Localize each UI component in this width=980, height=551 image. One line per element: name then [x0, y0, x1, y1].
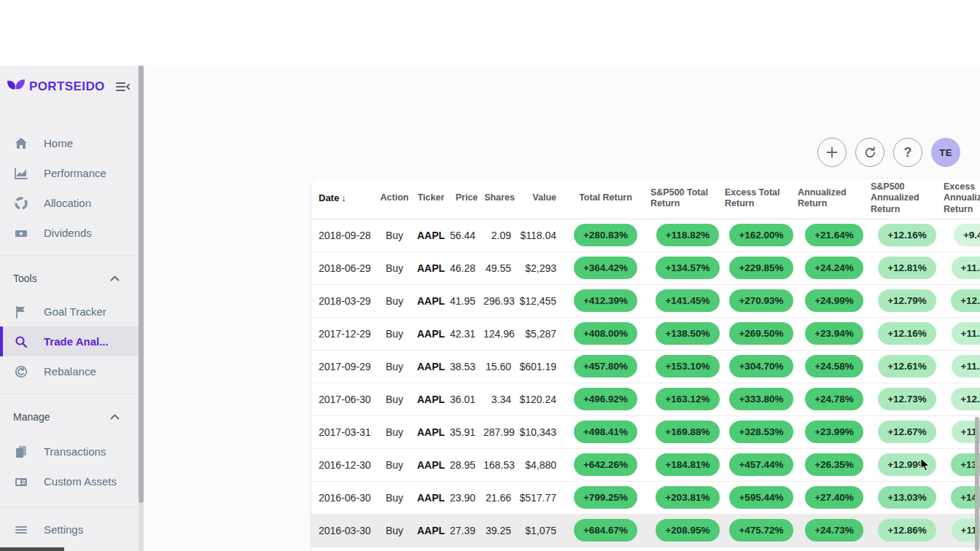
- return-pill: +26.35%: [805, 453, 863, 476]
- cell-excess_total_return: +475.72%: [725, 514, 798, 547]
- cell-excess_total_return: +457.44%: [725, 448, 798, 481]
- cell-value: $4,880: [516, 448, 561, 481]
- sidebar-item-goal-tracker[interactable]: Goal Tracker: [0, 297, 139, 327]
- sidebar-section-tools[interactable]: Tools: [0, 267, 139, 289]
- cell-sp500_total_return: +153.10%: [650, 350, 725, 383]
- column-header-value[interactable]: Value: [516, 179, 561, 219]
- cell-ticker: AAPL: [412, 317, 450, 350]
- sidebar-nav-bottom: Settings: [0, 515, 139, 544]
- cell-ticker: AAPL: [412, 448, 450, 481]
- cell-price: 23.90: [450, 481, 483, 514]
- sidebar-nav-manage: Transactions Custom Assets: [0, 437, 139, 496]
- table-row[interactable]: 2018-09-28BuyAAPL56.442.09$118.04+280.83…: [311, 219, 980, 251]
- question-mark-icon: ?: [904, 145, 912, 160]
- sidebar-scrollbar-thumb[interactable]: [139, 66, 144, 503]
- section-label: Manage: [13, 411, 50, 423]
- cell-ticker: AAPL: [412, 383, 450, 415]
- column-header-action[interactable]: Action: [377, 179, 412, 219]
- column-header-price[interactable]: Price: [450, 179, 483, 219]
- cell-excess_annualized_return: +9.49%: [944, 219, 980, 251]
- sidebar-item-settings[interactable]: Settings: [0, 515, 139, 544]
- cell-price: 27.39: [450, 514, 483, 547]
- sidebar-item-transactions[interactable]: Transactions: [0, 437, 139, 466]
- cell-excess_annualized_return: +12.04%: [944, 383, 980, 415]
- sidebar-item-allocation[interactable]: Allocation: [0, 188, 139, 218]
- return-pill: +799.25%: [574, 486, 637, 509]
- cell-action: Buy: [377, 350, 412, 383]
- column-header-date[interactable]: Date↓: [311, 179, 377, 219]
- sidebar-section-manage[interactable]: Manage: [0, 406, 139, 428]
- table-body: 2018-09-28BuyAAPL56.442.09$118.04+280.83…: [311, 219, 980, 547]
- cell-value: $10,343: [516, 415, 561, 448]
- cell-sp500_annualized_return: +12.16%: [871, 219, 944, 251]
- column-header-label: S&P500 Total Return: [650, 187, 725, 210]
- sidebar-item-performance[interactable]: Performance: [0, 158, 139, 188]
- sidebar-collapse-button[interactable]: [114, 79, 131, 94]
- cell-sp500_annualized_return: +12.81%: [871, 251, 944, 284]
- cell-excess_total_return: +270.93%: [725, 284, 798, 317]
- cell-action: Buy: [377, 383, 412, 415]
- return-pill: +12.67%: [878, 421, 936, 443]
- return-pill: +457.44%: [729, 453, 793, 476]
- refresh-button[interactable]: [855, 138, 884, 167]
- return-pill: +24.58%: [805, 355, 863, 378]
- cell-excess_annualized_return: +11.78%: [944, 317, 980, 350]
- return-pill: +23.99%: [805, 421, 863, 443]
- column-header-sp500_total_return[interactable]: S&P500 Total Return: [650, 179, 725, 219]
- column-header-excess_annualized_return[interactable]: Excess Annualized Return: [944, 179, 980, 219]
- table-row[interactable]: 2017-12-29BuyAAPL42.31124.96$5,287+408.0…: [311, 317, 980, 350]
- return-pill: +11.78%: [952, 322, 980, 345]
- menu-fold-icon: [115, 81, 130, 93]
- table-row[interactable]: 2017-06-30BuyAAPL36.013.34$120.24+496.92…: [311, 383, 980, 415]
- sidebar-item-dividends[interactable]: Dividends: [0, 218, 139, 248]
- brand-logo[interactable]: PORTSEIDO: [6, 78, 105, 95]
- table-row[interactable]: 2016-12-30BuyAAPL28.95168.53$4,880+642.2…: [311, 448, 980, 481]
- column-header-shares[interactable]: Shares: [483, 179, 516, 219]
- cell-sp500_annualized_return: +12.99%: [871, 448, 944, 481]
- return-pill: +23.94%: [805, 322, 863, 345]
- table-row[interactable]: 2017-09-29BuyAAPL38.5315.60$601.19+457.8…: [311, 350, 980, 383]
- page-scrollbar-thumb[interactable]: [975, 417, 979, 551]
- cell-sp500_total_return: +138.50%: [650, 317, 725, 350]
- sidebar-item-home[interactable]: Home: [0, 128, 139, 158]
- cell-shares: 124.96: [483, 317, 516, 350]
- leaf-logo-icon: [6, 78, 26, 95]
- table-header: Date↓ActionTickerPriceSharesValueTotal R…: [311, 179, 980, 219]
- sidebar-item-custom-assets[interactable]: Custom Assets: [0, 466, 139, 496]
- return-pill: +153.10%: [656, 355, 719, 378]
- table-row[interactable]: 2016-03-30BuyAAPL27.3939.25$1,075+684.67…: [311, 514, 980, 547]
- add-button[interactable]: [817, 138, 847, 167]
- table-row[interactable]: 2018-06-29BuyAAPL46.2849.55$2,293+364.42…: [311, 251, 980, 284]
- column-header-annualized_return[interactable]: Annualized Return: [798, 179, 871, 219]
- cell-date: 2017-03-31: [311, 415, 377, 448]
- cell-value: $12,455: [516, 284, 561, 317]
- column-header-ticker[interactable]: Ticker: [412, 179, 450, 219]
- table-row[interactable]: 2016-06-30BuyAAPL23.9021.66$517.77+799.2…: [311, 481, 980, 514]
- sidebar-item-label: Home: [44, 137, 73, 149]
- sidebar-item-trade-analysis[interactable]: Trade Anal...: [0, 327, 139, 356]
- cell-ticker: AAPL: [412, 251, 450, 284]
- cell-sp500_total_return: +169.88%: [650, 415, 725, 448]
- cell-annualized_return: +24.99%: [798, 284, 871, 317]
- column-header-label: Annualized Return: [798, 187, 871, 210]
- help-button[interactable]: ?: [893, 138, 922, 167]
- cell-value: $2,293: [516, 251, 561, 284]
- cell-price: 46.28: [450, 251, 483, 284]
- cell-total_return: +496.92%: [561, 383, 650, 415]
- toolbar: ? TE: [817, 138, 960, 167]
- return-pill: +333.80%: [729, 388, 793, 410]
- sidebar-item-label: Transactions: [44, 445, 106, 458]
- column-header-excess_total_return[interactable]: Excess Total Return: [725, 179, 798, 219]
- avatar[interactable]: TE: [931, 138, 960, 167]
- sidebar-scrollbar[interactable]: [139, 66, 144, 551]
- documents-icon: [13, 445, 29, 459]
- column-header-label: Excess Annualized Return: [944, 181, 980, 216]
- column-header-total_return[interactable]: Total Return: [561, 179, 650, 219]
- return-pill: +12.16%: [878, 322, 936, 345]
- table-row[interactable]: 2018-03-29BuyAAPL41.95296.93$12,455+412.…: [311, 284, 980, 317]
- sidebar-item-rebalance[interactable]: Rebalance: [0, 356, 139, 386]
- column-header-sp500_annualized_return[interactable]: S&P500 Annualized Return: [871, 179, 944, 219]
- table-row[interactable]: 2017-03-31BuyAAPL35.91287.99$10,343+498.…: [311, 415, 980, 448]
- cell-ticker: AAPL: [412, 514, 450, 547]
- sidebar-nav: Home Performance Allocation Dividends: [0, 128, 139, 248]
